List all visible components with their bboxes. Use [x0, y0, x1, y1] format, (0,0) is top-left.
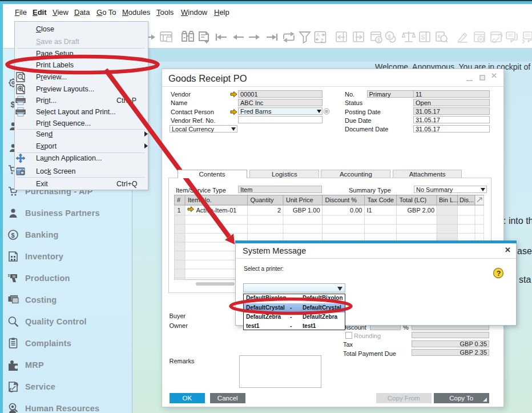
svg-text:GBP 1.00: GBP 1.00	[293, 207, 320, 214]
svg-text:I1: I1	[366, 207, 372, 214]
svg-text:Quantity: Quantity	[250, 197, 273, 203]
svg-text:1: 1	[177, 207, 180, 214]
svg-text:$: $	[438, 34, 441, 39]
svg-text:GBP 2.00: GBP 2.00	[407, 207, 434, 214]
svg-text:$: $	[388, 34, 391, 39]
svg-text:$: $	[11, 232, 15, 239]
svg-text:Z: Z	[321, 38, 324, 43]
svg-text:?: ?	[497, 270, 501, 278]
svg-text:S: S	[421, 34, 425, 41]
svg-text:Dis...: Dis...	[460, 197, 474, 203]
svg-text:2: 2	[277, 207, 280, 214]
svg-text:Item No.: Item No.	[188, 197, 212, 203]
svg-text:Total (LC): Total (LC)	[399, 197, 426, 203]
svg-text:Tax Code: Tax Code	[367, 197, 393, 203]
svg-text:Active-Item-01: Active-Item-01	[196, 207, 236, 214]
svg-text:#: #	[177, 197, 181, 203]
svg-text:Unit Price: Unit Price	[286, 197, 313, 203]
svg-text:A: A	[316, 32, 320, 38]
svg-text:Bin L...: Bin L...	[439, 197, 458, 203]
svg-text:0.00: 0.00	[350, 207, 362, 214]
svg-text:Discount %: Discount %	[325, 197, 357, 203]
svg-text:$: $	[377, 37, 380, 43]
